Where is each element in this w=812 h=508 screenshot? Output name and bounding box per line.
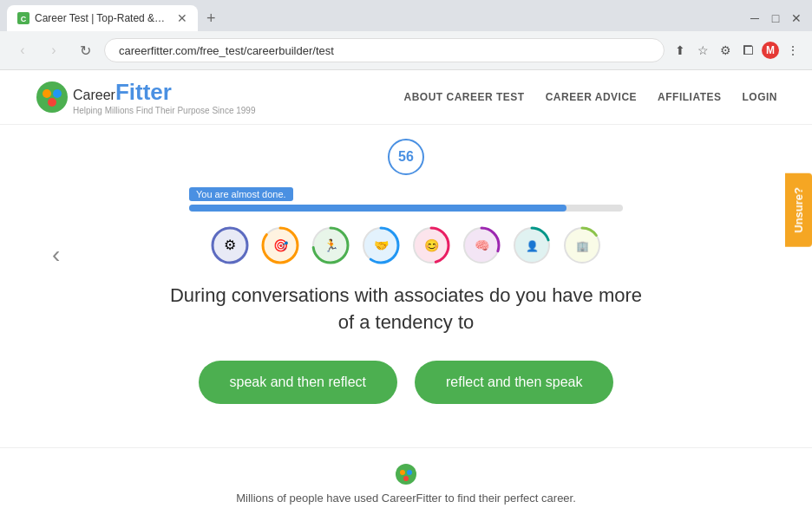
url-text: careerfitter.com/free_test/careerbuilder… <box>119 44 334 57</box>
svg-point-3 <box>43 89 51 98</box>
svg-point-33 <box>403 476 409 481</box>
close-window-icon[interactable]: ✕ <box>788 10 805 27</box>
url-bar[interactable]: careerfitter.com/free_test/careerbuilder… <box>104 38 665 62</box>
logo[interactable]: CareerFitter Helping Millions Find Their… <box>35 79 255 115</box>
answer-speak-first-button[interactable]: speak and then reflect <box>199 361 397 404</box>
svg-text:C: C <box>21 15 27 23</box>
toolbar-icons: ⬆ ☆ ⚙ ⧠ M ⋮ <box>671 42 802 59</box>
svg-point-31 <box>400 470 405 475</box>
minimize-icon[interactable]: ─ <box>746 10 763 27</box>
nav-advice[interactable]: CAREER ADVICE <box>546 91 637 103</box>
svg-text:🎯: 🎯 <box>273 238 289 253</box>
logo-name: CareerFitter <box>73 79 255 106</box>
browser-chrome: C Career Test | Top-Rated & Tru... ✕ + ─… <box>0 0 812 70</box>
category-3: 🏃 <box>309 224 352 267</box>
maximize-icon[interactable]: □ <box>767 10 784 27</box>
categories-row: ⚙ 🎯 🏃 🤝 <box>208 224 604 267</box>
category-8: 🏢 <box>560 224 604 267</box>
svg-point-30 <box>396 464 416 485</box>
svg-text:👤: 👤 <box>526 239 539 252</box>
address-bar: ‹ › ↻ careerfitter.com/free_test/careerb… <box>0 31 812 69</box>
svg-text:🏢: 🏢 <box>576 239 589 252</box>
svg-point-2 <box>36 81 68 113</box>
back-arrow[interactable]: ‹ <box>52 241 60 269</box>
site-header: CareerFitter Helping Millions Find Their… <box>0 70 812 125</box>
nav-links: ABOUT CAREER TEST CAREER ADVICE AFFILIAT… <box>403 91 777 103</box>
category-5: 😊 <box>409 224 453 267</box>
progress-bar-fill <box>189 205 566 212</box>
question-number: 56 <box>388 139 424 175</box>
footer-logo <box>394 462 418 486</box>
progress-section: You are almost done. <box>189 186 623 212</box>
logo-svg <box>35 80 69 114</box>
share-icon[interactable]: ⬆ <box>671 42 689 59</box>
tab-bar: C Career Test | Top-Rated & Tru... ✕ + ─… <box>0 0 812 31</box>
logo-tagline: Helping Millions Find Their Purpose Sinc… <box>73 106 255 115</box>
tab-favicon: C <box>17 12 29 24</box>
question-text: During conversations with associates do … <box>163 283 649 336</box>
forward-button[interactable]: › <box>42 38 66 62</box>
svg-text:🏃: 🏃 <box>324 238 339 253</box>
category-2: 🎯 <box>259 224 302 267</box>
svg-point-5 <box>48 98 56 107</box>
main-content: ‹ 56 You are almost done. ⚙ 🎯 <box>0 125 812 447</box>
logo-fitter-text: Fitter <box>115 79 172 105</box>
footer-tagline: Millions of people have used CareerFitte… <box>0 492 812 505</box>
settings-icon[interactable]: ⚙ <box>717 42 734 59</box>
svg-point-4 <box>53 89 62 98</box>
extensions-icon[interactable]: ⧠ <box>739 42 756 59</box>
svg-text:😊: 😊 <box>424 238 440 253</box>
svg-point-32 <box>407 470 412 475</box>
nav-login[interactable]: LOGIN <box>743 91 778 103</box>
category-1: ⚙ <box>208 224 252 267</box>
logo-career-text: Career <box>73 88 115 102</box>
answers-row: speak and then reflect reflect and then … <box>199 361 614 404</box>
footer-section: Millions of people have used CareerFitte… <box>0 447 812 508</box>
active-tab[interactable]: C Career Test | Top-Rated & Tru... ✕ <box>7 5 198 31</box>
back-button[interactable]: ‹ <box>10 38 35 62</box>
nav-affiliates[interactable]: AFFILIATES <box>658 91 721 103</box>
svg-text:⚙: ⚙ <box>224 238 236 252</box>
tab-close-button[interactable]: ✕ <box>177 11 187 25</box>
answer-reflect-first-button[interactable]: reflect and then speak <box>415 361 613 404</box>
category-4: 🤝 <box>359 224 403 267</box>
reload-button[interactable]: ↻ <box>73 38 97 62</box>
new-tab-button[interactable]: + <box>201 8 221 29</box>
progress-label: You are almost done. <box>189 187 293 201</box>
svg-text:🧠: 🧠 <box>475 238 490 253</box>
svg-text:🤝: 🤝 <box>374 238 390 253</box>
progress-bar-bg <box>189 205 623 212</box>
bookmark-icon[interactable]: ☆ <box>694 42 711 59</box>
tab-title: Career Test | Top-Rated & Tru... <box>35 12 167 24</box>
menu-icon[interactable]: ⋮ <box>784 42 802 59</box>
nav-about[interactable]: ABOUT CAREER TEST <box>403 91 524 103</box>
profile-icon[interactable]: M <box>762 42 779 59</box>
category-7: 👤 <box>510 224 553 267</box>
unsure-button[interactable]: Unsure? <box>785 173 812 247</box>
category-6: 🧠 <box>460 224 503 267</box>
logo-text: CareerFitter Helping Millions Find Their… <box>73 79 255 115</box>
